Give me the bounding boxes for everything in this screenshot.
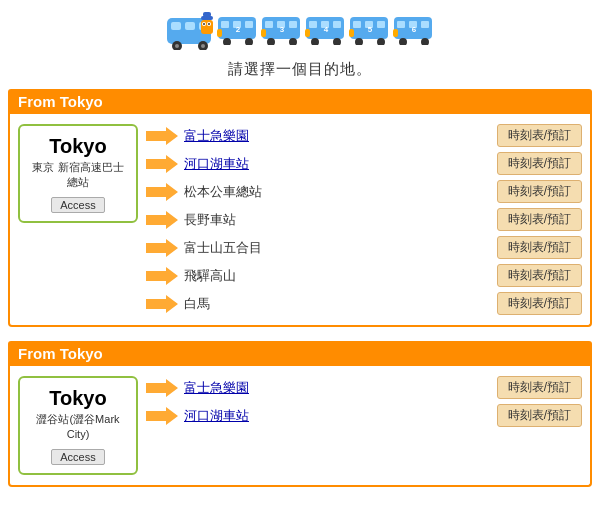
top-banner: 2 3 4 5 6 <box>0 0 600 56</box>
svg-rect-32 <box>309 21 317 28</box>
access-button-2[interactable]: Access <box>51 449 104 465</box>
station-1-name-en: Tokyo <box>49 134 106 158</box>
routes-list-2: 富士急樂園 時刻表/預訂 河口湖車站 時刻表/預訂 <box>146 376 582 427</box>
arrow-icon <box>146 238 178 258</box>
section-2: From Tokyo Tokyo 澀谷站(澀谷Mark City) Access… <box>8 341 592 487</box>
svg-rect-37 <box>305 29 310 37</box>
arrow-icon <box>146 126 178 146</box>
schedule-button[interactable]: 時刻表/預訂 <box>497 264 582 287</box>
svg-point-7 <box>201 44 205 48</box>
svg-marker-62 <box>146 379 178 397</box>
svg-marker-55 <box>146 127 178 145</box>
svg-marker-57 <box>146 183 178 201</box>
destination-link[interactable]: 河口湖車站 <box>184 407 274 425</box>
svg-rect-16 <box>221 21 229 28</box>
svg-rect-29 <box>261 29 266 37</box>
destination-text: 長野車站 <box>184 211 274 229</box>
svg-rect-34 <box>333 21 341 28</box>
section-1-box: Tokyo 東京 新宿高速巴士總站 Access 富士急樂園 時刻表/預訂 <box>8 114 592 327</box>
svg-marker-63 <box>146 407 178 425</box>
svg-point-43 <box>355 38 363 45</box>
svg-rect-21 <box>217 29 222 37</box>
arrow-icon <box>146 294 178 314</box>
svg-point-11 <box>203 23 205 25</box>
bus-3-icon: 3 <box>261 15 303 45</box>
table-row: 河口湖車站 時刻表/預訂 <box>146 152 582 175</box>
svg-rect-42 <box>377 21 385 28</box>
page-subtitle: 請選擇一個目的地。 <box>0 60 600 79</box>
svg-point-35 <box>311 38 319 45</box>
bus-6-icon: 6 <box>393 15 435 45</box>
arrow-icon <box>146 210 178 230</box>
svg-point-28 <box>289 38 297 45</box>
svg-marker-61 <box>146 295 178 313</box>
bus-4-icon: 4 <box>305 15 347 45</box>
svg-point-20 <box>245 38 253 45</box>
svg-rect-26 <box>289 21 297 28</box>
svg-text:5: 5 <box>368 25 373 34</box>
arrow-icon <box>146 182 178 202</box>
svg-text:2: 2 <box>236 25 241 34</box>
svg-point-12 <box>208 23 210 25</box>
station-card-1: Tokyo 東京 新宿高速巴士總站 Access <box>18 124 138 223</box>
access-button-1[interactable]: Access <box>51 197 104 213</box>
svg-rect-50 <box>421 21 429 28</box>
table-row: 松本公車總站 時刻表/預訂 <box>146 180 582 203</box>
svg-marker-59 <box>146 239 178 257</box>
destination-text: 飛驒高山 <box>184 267 274 285</box>
section-2-header: From Tokyo <box>8 341 592 366</box>
svg-point-5 <box>175 44 179 48</box>
section-2-box: Tokyo 澀谷站(澀谷Mark City) Access 富士急樂園 時刻表/… <box>8 366 592 487</box>
schedule-button[interactable]: 時刻表/預訂 <box>497 404 582 427</box>
table-row: 富士急樂園 時刻表/預訂 <box>146 124 582 147</box>
svg-point-19 <box>223 38 231 45</box>
sections-container: From Tokyo Tokyo 東京 新宿高速巴士總站 Access 富士急樂… <box>0 89 600 487</box>
arrow-icon <box>146 406 178 426</box>
svg-text:3: 3 <box>280 25 285 34</box>
main-bus-icon <box>165 10 215 50</box>
schedule-button[interactable]: 時刻表/預訂 <box>497 152 582 175</box>
station-1-name-cn: 東京 新宿高速巴士總站 <box>30 160 126 191</box>
bus-5-icon: 5 <box>349 15 391 45</box>
table-row: 河口湖車站 時刻表/預訂 <box>146 404 582 427</box>
svg-point-27 <box>267 38 275 45</box>
arrow-icon <box>146 266 178 286</box>
table-row: 長野車站 時刻表/預訂 <box>146 208 582 231</box>
arrow-icon <box>146 154 178 174</box>
schedule-button[interactable]: 時刻表/預訂 <box>497 292 582 315</box>
station-2-name-en: Tokyo <box>49 386 106 410</box>
svg-rect-2 <box>185 22 195 30</box>
svg-text:6: 6 <box>412 25 417 34</box>
schedule-button[interactable]: 時刻表/預訂 <box>497 208 582 231</box>
svg-point-51 <box>399 38 407 45</box>
schedule-button[interactable]: 時刻表/預訂 <box>497 236 582 259</box>
destination-link[interactable]: 富士急樂園 <box>184 127 274 145</box>
svg-rect-40 <box>353 21 361 28</box>
routes-list-1: 富士急樂園 時刻表/預訂 河口湖車站 時刻表/預訂 松本公車總站 時刻表/預訂 <box>146 124 582 315</box>
destination-text: 松本公車總站 <box>184 183 274 201</box>
station-2-name-cn: 澀谷站(澀谷Mark City) <box>30 412 126 443</box>
svg-rect-24 <box>265 21 273 28</box>
svg-marker-56 <box>146 155 178 173</box>
svg-rect-18 <box>245 21 253 28</box>
section-1: From Tokyo Tokyo 東京 新宿高速巴士總站 Access 富士急樂… <box>8 89 592 327</box>
section-1-header: From Tokyo <box>8 89 592 114</box>
svg-rect-45 <box>349 29 354 37</box>
station-card-2: Tokyo 澀谷站(澀谷Mark City) Access <box>18 376 138 475</box>
schedule-button[interactable]: 時刻表/預訂 <box>497 180 582 203</box>
destination-link[interactable]: 富士急樂園 <box>184 379 274 397</box>
svg-point-36 <box>333 38 341 45</box>
table-row: 白馬 時刻表/預訂 <box>146 292 582 315</box>
destination-text: 富士山五合目 <box>184 239 274 257</box>
svg-rect-8 <box>201 20 213 34</box>
table-row: 飛驒高山 時刻表/預訂 <box>146 264 582 287</box>
schedule-button[interactable]: 時刻表/預訂 <box>497 376 582 399</box>
svg-rect-53 <box>393 29 398 37</box>
destination-link[interactable]: 河口湖車站 <box>184 155 274 173</box>
svg-text:4: 4 <box>324 25 329 34</box>
schedule-button[interactable]: 時刻表/預訂 <box>497 124 582 147</box>
svg-marker-60 <box>146 267 178 285</box>
table-row: 富士山五合目 時刻表/預訂 <box>146 236 582 259</box>
destination-text: 白馬 <box>184 295 274 313</box>
svg-point-44 <box>377 38 385 45</box>
